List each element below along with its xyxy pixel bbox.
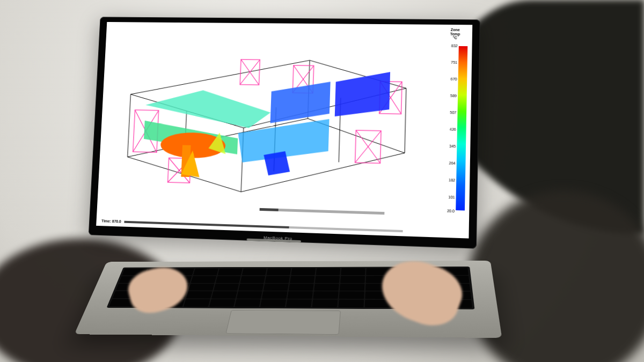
thermal-3d-visualization[interactable] <box>104 27 435 220</box>
keyboard-key[interactable] <box>211 291 237 299</box>
legend-tick: 589 <box>443 94 457 98</box>
keyboard-key[interactable] <box>215 276 240 283</box>
laptop-screen-bezel: Zone Temp °C 832 751 670 589 507 426 345… <box>89 17 480 248</box>
keyboard-key[interactable] <box>262 291 288 299</box>
keyboard-key[interactable] <box>340 276 365 283</box>
time-slider-fill <box>124 221 289 228</box>
keyboard-key[interactable] <box>241 268 266 275</box>
keyboard-key[interactable] <box>186 291 212 299</box>
svg-line-2 <box>128 94 131 157</box>
legend-title: Zone Temp °C <box>442 28 468 40</box>
keyboard-key[interactable] <box>260 299 286 307</box>
keyboard-key[interactable] <box>266 268 291 275</box>
keyboard-key[interactable] <box>264 284 289 291</box>
keyboard-key[interactable] <box>341 268 365 275</box>
legend-tick: 832 <box>444 44 458 48</box>
keyboard-key[interactable] <box>340 284 365 291</box>
keyboard-key[interactable] <box>236 291 262 299</box>
keyboard-key[interactable] <box>217 269 242 276</box>
svg-marker-31 <box>335 71 390 117</box>
legend-tick: 101 <box>441 195 455 200</box>
keyboard-key[interactable] <box>265 276 290 283</box>
keyboard-key[interactable] <box>240 276 265 283</box>
time-label: Time: 870.0 <box>101 219 121 223</box>
keyboard-key[interactable] <box>193 269 218 276</box>
keyboard-key[interactable] <box>209 299 235 307</box>
legend-tick: 426 <box>443 127 456 131</box>
svg-line-26 <box>240 60 260 85</box>
keyboard-key[interactable] <box>316 268 341 275</box>
keyboard-key[interactable] <box>315 276 340 283</box>
secondary-slider-fill <box>260 208 279 211</box>
keyboard-key[interactable] <box>291 268 316 275</box>
legend-tick: 670 <box>444 77 457 81</box>
legend-tick: 507 <box>443 110 457 115</box>
legend-colorbar <box>456 46 467 211</box>
legend-tick: 20.0 <box>441 209 455 213</box>
svg-marker-30 <box>270 81 331 124</box>
legend-tick: 751 <box>444 61 457 64</box>
keyboard-key[interactable] <box>238 284 264 291</box>
keyboard-key[interactable] <box>286 299 312 307</box>
keyboard-key[interactable] <box>314 284 339 291</box>
legend-title-3: °C <box>442 36 467 40</box>
svg-line-17 <box>355 130 381 163</box>
keyboard-key[interactable] <box>235 299 261 307</box>
keyboard-key[interactable] <box>184 299 210 307</box>
legend-tick: 264 <box>442 161 456 165</box>
legend-tick: 345 <box>442 144 456 149</box>
color-legend: Zone Temp °C 832 751 670 589 507 426 345… <box>438 28 467 224</box>
keyboard-key[interactable] <box>287 291 313 299</box>
keyboard-key[interactable] <box>313 291 339 299</box>
legend-ticks: 832 751 670 589 507 426 345 264 182 101 … <box>441 44 458 212</box>
keyboard-key[interactable] <box>213 284 239 291</box>
svg-marker-28 <box>144 90 271 129</box>
keyboard-key[interactable] <box>188 284 214 291</box>
keyboard-key[interactable] <box>289 284 314 291</box>
simulation-app-viewport[interactable]: Zone Temp °C 832 751 670 589 507 426 345… <box>96 22 472 239</box>
laptop-trackpad[interactable] <box>225 310 340 335</box>
keyboard-key[interactable] <box>312 300 338 307</box>
keyboard-key[interactable] <box>191 276 216 283</box>
keyboard-key[interactable] <box>339 300 364 307</box>
keyboard-key[interactable] <box>339 292 364 299</box>
svg-line-4 <box>405 88 406 153</box>
legend-tick: 182 <box>442 178 455 182</box>
time-slider[interactable] <box>124 221 402 232</box>
keyboard-key[interactable] <box>290 276 315 283</box>
